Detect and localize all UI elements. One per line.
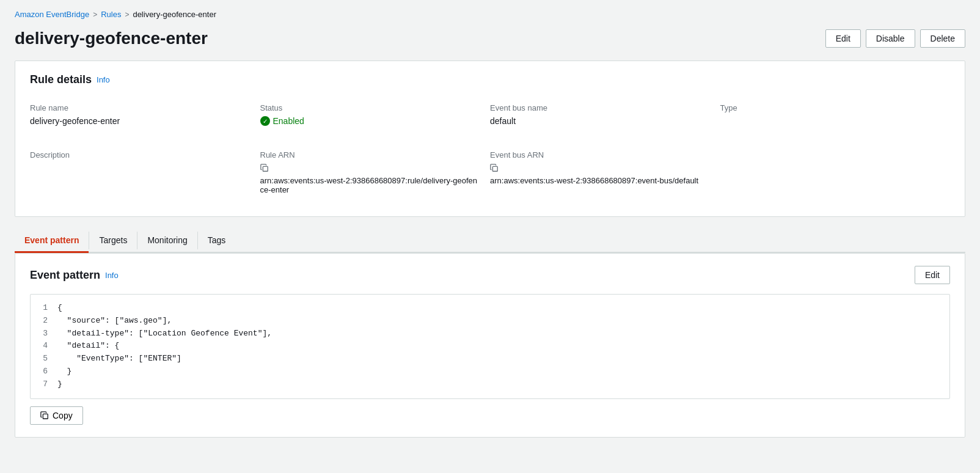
line-content-2: "source": ["aws.geo"], (57, 315, 172, 328)
rule-name-cell: Rule name delivery-geofence-enter (30, 98, 260, 136)
tabs-bar: Event pattern Targets Monitoring Tags (15, 229, 965, 253)
copy-button[interactable]: Copy (30, 406, 83, 425)
status-enabled-icon: ✓ (260, 116, 270, 126)
event-bus-arn-value: arn:aws:events:us-west-2:938668680897:ev… (490, 176, 698, 185)
rule-arn-label: Rule ARN (260, 150, 481, 160)
rule-details-header: Rule details Info (30, 73, 950, 86)
event-pattern-header: Event pattern Info Edit (30, 266, 950, 284)
edit-button[interactable]: Edit (825, 29, 861, 48)
svg-rect-0 (263, 166, 268, 171)
code-line-3: 3 "detail-type": ["Location Geofence Eve… (40, 328, 940, 340)
event-pattern-card: Event pattern Info Edit 1 { 2 "source": … (15, 253, 965, 438)
type-label: Type (720, 103, 941, 112)
event-bus-arn-cell: Event bus ARN arn:aws:events:us-west-2:9… (490, 141, 720, 204)
code-line-7: 7 } (40, 378, 940, 391)
event-bus-arn-row: arn:aws:events:us-west-2:938668680897:ev… (490, 163, 711, 185)
line-content-3: "detail-type": ["Location Geofence Event… (57, 328, 272, 340)
line-content-7: } (57, 378, 62, 391)
status-label: Status (260, 103, 481, 112)
line-content-4: "detail": { (57, 340, 119, 353)
delete-button[interactable]: Delete (920, 29, 965, 48)
event-pattern-title: Event pattern (30, 269, 100, 282)
page-title: delivery-geofence-enter (15, 29, 208, 48)
breadcrumb-sep-2: > (125, 10, 129, 19)
line-content-1: { (57, 302, 62, 315)
svg-rect-2 (43, 414, 48, 419)
event-pattern-header-left: Event pattern Info (30, 269, 119, 282)
copy-icon (40, 411, 49, 420)
disable-button[interactable]: Disable (866, 29, 915, 48)
line-num-3: 3 (40, 328, 48, 340)
line-num-6: 6 (40, 365, 48, 378)
tab-targets[interactable]: Targets (89, 229, 137, 253)
breadcrumb: Amazon EventBridge > Rules > delivery-ge… (15, 10, 965, 19)
event-bus-name-value: default (490, 116, 711, 126)
breadcrumb-current: delivery-geofence-enter (133, 10, 216, 19)
event-bus-arn-label: Event bus ARN (490, 150, 711, 160)
rule-details-grid: Rule name delivery-geofence-enter Status… (30, 98, 950, 204)
line-content-5: "EventType": ["ENTER"] (57, 353, 181, 365)
breadcrumb-sep-1: > (93, 10, 97, 19)
event-pattern-info-link[interactable]: Info (105, 271, 119, 280)
rule-arn-row: arn:aws:events:us-west-2:938668680897:ru… (260, 163, 481, 194)
breadcrumb-rules-link[interactable]: Rules (101, 10, 121, 19)
line-content-6: } (57, 365, 71, 378)
rule-details-info-link[interactable]: Info (97, 75, 110, 84)
breadcrumb-eventbridge-link[interactable]: Amazon EventBridge (15, 10, 89, 19)
page-header: delivery-geofence-enter Edit Disable Del… (15, 29, 965, 48)
line-num-1: 1 (40, 302, 48, 315)
event-bus-name-label: Event bus name (490, 103, 711, 112)
code-line-6: 6 } (40, 365, 940, 378)
header-actions: Edit Disable Delete (825, 29, 965, 48)
tabs-container: Event pattern Targets Monitoring Tags (15, 229, 965, 253)
event-pattern-code-block: 1 { 2 "source": ["aws.geo"], 3 "detail-t… (30, 294, 950, 399)
rule-arn-value: arn:aws:events:us-west-2:938668680897:ru… (260, 176, 481, 194)
status-enabled-text: Enabled (273, 116, 304, 126)
status-value: ✓ Enabled (260, 116, 481, 126)
rule-arn-cell: Rule ARN arn:aws:events:us-west-2:938668… (260, 141, 491, 204)
code-line-5: 5 "EventType": ["ENTER"] (40, 353, 940, 365)
event-bus-name-cell: Event bus name default (490, 98, 720, 136)
line-num-5: 5 (40, 353, 48, 365)
copy-button-label: Copy (53, 411, 73, 420)
status-cell: Status ✓ Enabled (260, 98, 491, 136)
rule-arn-copy-icon[interactable] (260, 164, 269, 172)
line-num-4: 4 (40, 340, 48, 353)
rule-details-card: Rule details Info Rule name delivery-geo… (15, 61, 965, 217)
line-num-7: 7 (40, 378, 48, 391)
code-line-4: 4 "detail": { (40, 340, 940, 353)
rule-details-title: Rule details (30, 73, 92, 86)
tab-monitoring[interactable]: Monitoring (137, 229, 197, 253)
type-empty-cell (720, 141, 951, 204)
code-line-2: 2 "source": ["aws.geo"], (40, 315, 940, 328)
rule-name-label: Rule name (30, 103, 250, 112)
rule-name-value: delivery-geofence-enter (30, 116, 250, 126)
line-num-2: 2 (40, 315, 48, 328)
type-cell: Type (720, 98, 951, 136)
tab-event-pattern[interactable]: Event pattern (15, 229, 89, 253)
tab-tags[interactable]: Tags (198, 229, 236, 253)
svg-rect-1 (492, 166, 497, 171)
event-pattern-edit-button[interactable]: Edit (915, 266, 950, 284)
description-cell: Description (30, 141, 260, 204)
description-label: Description (30, 150, 250, 160)
code-line-1: 1 { (40, 302, 940, 315)
event-bus-arn-copy-icon[interactable] (490, 164, 499, 172)
